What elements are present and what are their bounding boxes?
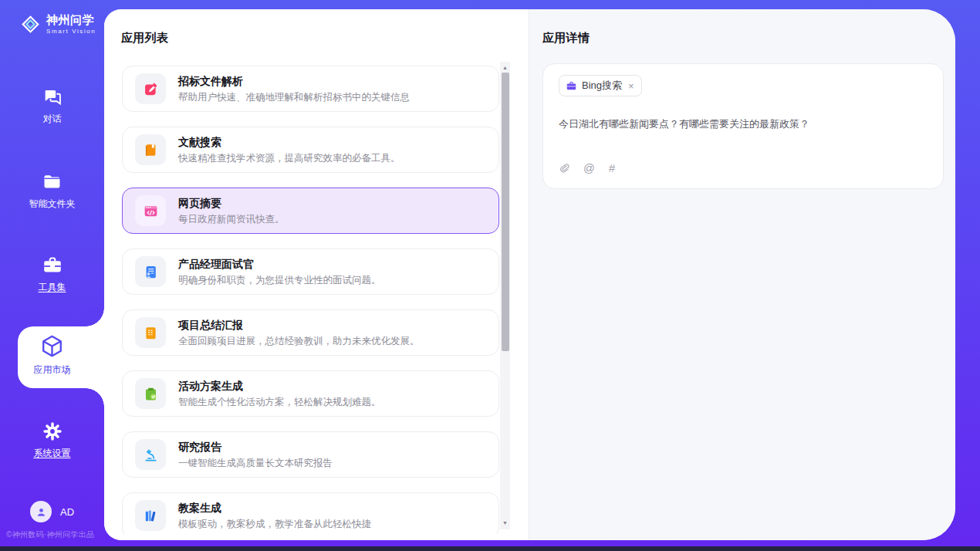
sidebar-item-settings[interactable]: 系统设置 bbox=[0, 421, 104, 460]
app-card-description: 智能生成个性化活动方案，轻松解决规划难题。 bbox=[178, 396, 381, 408]
active-tab-curve-bottom bbox=[86, 388, 104, 407]
app-card-title: 教案生成 bbox=[178, 502, 371, 515]
app-logo: 神州问学 Smart Vision bbox=[19, 12, 96, 36]
main-content: 应用列表 招标文件解析 帮助用户快速、准确地理解和解析招标书中的关键信息 文献搜… bbox=[104, 9, 955, 540]
app-card-title: 文献搜索 bbox=[178, 136, 400, 149]
app-card-description: 帮助用户快速、准确地理解和解析招标书中的关键信息 bbox=[178, 91, 410, 103]
app-card-title: 招标文件解析 bbox=[178, 75, 410, 88]
app-card[interactable]: 产品经理面试官 明确身份和职责，为您提供专业性的面试问题。 bbox=[122, 248, 499, 295]
app-card-title: 产品经理面试官 bbox=[178, 258, 381, 271]
app-card[interactable]: 研究报告 一键智能生成高质量长文本研究报告 bbox=[122, 431, 499, 478]
gear-icon bbox=[42, 421, 63, 442]
briefcase-icon bbox=[566, 80, 577, 92]
app-icon-tile bbox=[135, 195, 166, 226]
sidebar: 神州问学 Smart Vision 对话 智能文件夹 工具集 应用市场 系统设置… bbox=[0, 0, 104, 546]
app-card[interactable]: 教案生成 模板驱动，教案秒成，教学准备从此轻松快捷 bbox=[122, 492, 499, 534]
chat-icon bbox=[42, 86, 63, 108]
edit-doc-icon bbox=[143, 81, 159, 97]
app-detail-title: 应用详情 bbox=[542, 31, 590, 46]
app-list-panel: 应用列表 招标文件解析 帮助用户快速、准确地理解和解析招标书中的关键信息 文献搜… bbox=[104, 9, 529, 540]
app-card-title: 研究报告 bbox=[178, 441, 333, 454]
logo-subtitle: Smart Vision bbox=[46, 28, 96, 35]
copyright-text: ©神州数码·神州问学出品 bbox=[6, 529, 104, 540]
sidebar-item-market[interactable]: 应用市场 bbox=[0, 333, 104, 377]
scrollbar-down-icon[interactable]: ▼ bbox=[500, 519, 510, 528]
app-card[interactable]: 招标文件解析 帮助用户快速、准确地理解和解析招标书中的关键信息 bbox=[122, 66, 499, 112]
app-card-description: 明确身份和职责，为您提供专业性的面试问题。 bbox=[178, 274, 381, 286]
hash-icon[interactable]: # bbox=[609, 162, 621, 174]
folder-icon bbox=[42, 171, 63, 193]
microscope-icon bbox=[143, 447, 159, 463]
scrollbar-up-icon[interactable]: ▲ bbox=[500, 63, 510, 73]
app-card-description: 模板驱动，教案秒成，教学准备从此轻松快捷 bbox=[178, 518, 371, 530]
scrollbar-track[interactable]: ▲ ▼ bbox=[500, 62, 510, 529]
app-list: 招标文件解析 帮助用户快速、准确地理解和解析招标书中的关键信息 文献搜索 快速精… bbox=[122, 66, 499, 534]
app-card[interactable]: 项目总结汇报 全面回顾项目进展，总结经验教训，助力未来优化发展。 bbox=[122, 309, 499, 356]
app-list-viewport: 招标文件解析 帮助用户快速、准确地理解和解析招标书中的关键信息 文献搜索 快速精… bbox=[104, 62, 529, 534]
app-detail-panel: 应用详情 Bing搜索 × 今日湖北有哪些新闻要点？有哪些需要关注的最新政策？ … bbox=[529, 9, 955, 540]
app-card-description: 快速精准查找学术资源，提高研究效率的必备工具。 bbox=[178, 152, 400, 164]
logo-title: 神州问学 bbox=[46, 14, 96, 26]
app-icon-tile bbox=[135, 378, 166, 409]
sidebar-item-tools[interactable]: 工具集 bbox=[0, 255, 104, 294]
app-list-title: 应用列表 bbox=[121, 31, 168, 46]
app-icon-tile bbox=[135, 439, 166, 470]
app-icon-tile bbox=[135, 256, 166, 287]
books-icon bbox=[143, 508, 159, 524]
app-card[interactable]: 网页摘要 每日政府新闻资讯快查。 bbox=[122, 188, 499, 234]
app-card-description: 全面回顾项目进展，总结经验教训，助力未来优化发展。 bbox=[178, 335, 420, 347]
app-icon-tile bbox=[135, 317, 166, 348]
tool-tag-bing-search[interactable]: Bing搜索 × bbox=[559, 75, 642, 96]
user-account[interactable]: AD bbox=[30, 501, 74, 522]
app-card[interactable]: 文献搜索 快速精准查找学术资源，提高研究效率的必备工具。 bbox=[122, 127, 499, 173]
clipboard-check-icon bbox=[143, 386, 159, 402]
prompt-toolbar: @# bbox=[558, 162, 621, 174]
app-card-title: 项目总结汇报 bbox=[178, 319, 420, 332]
app-card-title: 网页摘要 bbox=[178, 197, 285, 210]
active-tab-curve-top bbox=[86, 308, 104, 326]
cube-icon bbox=[39, 333, 65, 359]
app-icon-tile bbox=[135, 73, 166, 104]
app-card-description: 一键智能生成高质量长文本研究报告 bbox=[178, 457, 333, 469]
app-icon-tile bbox=[135, 500, 166, 531]
prompt-card[interactable]: Bing搜索 × 今日湖北有哪些新闻要点？有哪些需要关注的最新政策？ @# bbox=[542, 63, 944, 189]
tool-tag-label: Bing搜索 bbox=[582, 79, 622, 93]
close-icon[interactable]: × bbox=[628, 81, 634, 91]
sidebar-item-label: 工具集 bbox=[39, 281, 66, 294]
diamond-logo-icon bbox=[19, 12, 42, 36]
app-card[interactable]: 活动方案生成 智能生成个性化活动方案，轻松解决规划难题。 bbox=[122, 370, 499, 417]
mention-icon[interactable]: @ bbox=[583, 162, 596, 174]
toolbox-icon bbox=[42, 255, 63, 276]
prompt-input[interactable]: 今日湖北有哪些新闻要点？有哪些需要关注的最新政策？ bbox=[559, 117, 928, 131]
summary-doc-icon bbox=[143, 325, 159, 341]
app-card-title: 活动方案生成 bbox=[178, 380, 381, 393]
scrollbar-thumb[interactable] bbox=[502, 73, 509, 351]
user-initials: AD bbox=[60, 506, 74, 518]
app-icon-tile bbox=[135, 134, 166, 165]
book-icon bbox=[143, 142, 159, 158]
paperclip-icon[interactable] bbox=[558, 162, 570, 174]
sidebar-item-chat[interactable]: 对话 bbox=[0, 86, 104, 126]
sidebar-item-folders[interactable]: 智能文件夹 bbox=[0, 171, 104, 211]
sidebar-item-label: 智能文件夹 bbox=[29, 198, 76, 211]
avatar bbox=[30, 501, 52, 522]
app-card-description: 每日政府新闻资讯快查。 bbox=[178, 213, 285, 225]
sidebar-item-label: 应用市场 bbox=[34, 363, 71, 377]
sidebar-item-label: 系统设置 bbox=[34, 447, 71, 460]
sidebar-item-label: 对话 bbox=[43, 113, 62, 126]
interview-doc-icon bbox=[143, 264, 159, 280]
webpage-code-icon bbox=[143, 203, 159, 219]
